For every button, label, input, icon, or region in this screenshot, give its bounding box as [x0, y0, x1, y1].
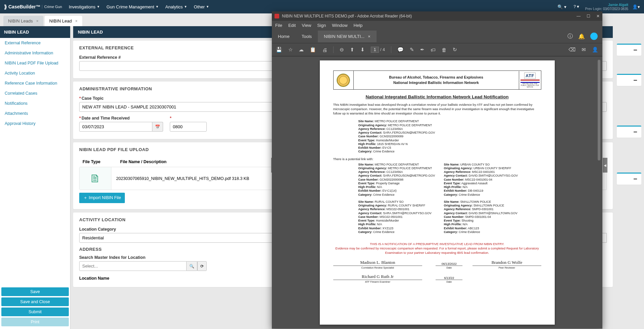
submit-button[interactable]: Submit [1, 308, 69, 316]
menu-window[interactable]: Window [332, 23, 347, 28]
sidebar-approval-history[interactable]: Approval History [0, 119, 70, 129]
search-location-label: Search Master Index for Location [79, 255, 207, 260]
page-down-icon[interactable]: ⬇ [360, 47, 365, 53]
brand-subtitle: Crime Gun [42, 5, 62, 9]
logo-icon: ⟫ [4, 4, 7, 10]
highlight-icon[interactable]: ✎ [410, 47, 414, 53]
stamp-icon[interactable]: 🏷 [431, 47, 436, 53]
sidebar-external-reference[interactable]: External Reference [0, 38, 70, 48]
search-icon[interactable]: 🔍 [187, 261, 197, 271]
menu-view[interactable]: View [302, 23, 311, 28]
expand-left-handle[interactable]: ◀ [603, 158, 607, 173]
pdf-page: Bureau of Alcohol, Tobacco, Firearms and… [320, 60, 555, 325]
date-received-label: *Date and Time Received [79, 116, 163, 121]
acrobat-reader-window: NIBIN NEW MULTIPLE HITS DEMO.pdf - Adobe… [272, 11, 602, 329]
print-button[interactable]: Print [1, 318, 69, 326]
acrobat-titlebar[interactable]: NIBIN NEW MULTIPLE HITS DEMO.pdf - Adobe… [272, 11, 602, 21]
sign-icon[interactable]: ✒ [420, 47, 425, 53]
import-nibin-button[interactable]: ＋ Import NIBIN File [79, 193, 125, 203]
acrobat-tabbar: Home Tools NIBIN NEW MULTI...× ⓘ 🔔 [272, 30, 602, 43]
acrobat-page-viewport[interactable]: Bureau of Alcohol, Tobacco, Firearms and… [272, 56, 602, 329]
close-icon[interactable]: × [368, 34, 370, 39]
calendar-icon[interactable]: 📅 [152, 122, 163, 132]
comment-icon[interactable]: 💬 [397, 47, 404, 53]
date-received-input[interactable] [79, 122, 152, 132]
sidebar-pdf-upload[interactable]: NIBIN Lead PDF File Upload [0, 58, 70, 68]
save-button[interactable]: Save [1, 287, 69, 296]
save-icon[interactable]: 💾 [276, 47, 282, 53]
close-icon[interactable]: × [36, 19, 39, 23]
menu-edit[interactable]: Edit [288, 23, 296, 28]
bell-icon[interactable]: 🔔 [578, 33, 585, 40]
close-icon[interactable]: ✕ [596, 14, 600, 18]
window-title: NIBIN NEW MULTIPLE HITS DEMO.pdf - Adobe… [282, 14, 412, 18]
sidebar-activity-location[interactable]: Activity Location [0, 68, 70, 78]
doc-title: National Integrated Ballistic Informatio… [333, 94, 541, 99]
time-received-input[interactable] [170, 122, 207, 132]
location-name-label: Location Name [79, 276, 109, 281]
user-block: Jamie Algatt Prev Login: 03/07/2023 0835 [585, 3, 628, 10]
doc-warning: THIS IS A NOTIFICATION OF A PRESUMPTIVE … [333, 242, 541, 255]
erase-icon[interactable]: ⌫ [568, 47, 576, 53]
col-file-type: File Type [80, 157, 117, 166]
tab-nibin-leads[interactable]: NIBIN Leads× [3, 16, 43, 26]
search-location-input[interactable] [79, 261, 187, 271]
email-icon[interactable]: ✉ [582, 47, 586, 53]
user-name[interactable]: Jamie Algatt [585, 3, 628, 7]
acrobat-menubar: File Edit View Sign Window Help [272, 21, 602, 30]
signature-row: Richard G Ruth Jr ATF Firearm Examiner 6… [333, 274, 541, 283]
close-icon[interactable]: × [75, 19, 78, 23]
maximize-icon[interactable]: ☐ [587, 14, 590, 18]
caret-down-icon: ▼ [184, 5, 187, 8]
people-icon[interactable]: 👤 [592, 47, 598, 53]
app-logo: ⟫ CaseBuilder™ Crime Gun [4, 4, 62, 10]
sidebar-admin-info[interactable]: Administrative Information [0, 48, 70, 58]
account-avatar[interactable] [590, 33, 598, 40]
doc-intro: This NIBIN investigative lead was develo… [333, 103, 541, 115]
help-icon[interactable]: ？▾ [573, 4, 579, 10]
right-accordion-column: − − − − [615, 26, 644, 329]
acrobat-home-tab[interactable]: Home [272, 31, 296, 42]
save-close-button[interactable]: Save and Close [1, 297, 69, 306]
rotate-icon[interactable]: ↻ [453, 47, 457, 53]
caret-down-icon: ▼ [97, 5, 100, 8]
sidebar-reference-case[interactable]: Reference Case Information [0, 78, 70, 88]
menu-file[interactable]: File [275, 23, 282, 28]
help-icon[interactable]: ⓘ [567, 33, 573, 40]
doc-link-note: There is a potential link with: [333, 157, 541, 161]
page-up-icon[interactable]: ⬆ [350, 47, 354, 53]
nav-investigations[interactable]: Investigations▼ [69, 4, 100, 9]
sidebar-notifications[interactable]: Notifications [0, 98, 70, 108]
user-menu-icon[interactable]: 👤▾ [632, 4, 640, 9]
page-indicator: /4 [371, 47, 385, 53]
sidebar-correlated-cases[interactable]: Correlated Cases [0, 88, 70, 98]
star-icon[interactable]: ☆ [288, 47, 293, 53]
accordion-toggle[interactable]: − [617, 74, 641, 86]
pdf-file-icon: 🗎 [80, 167, 111, 190]
nav-gun-crime[interactable]: Gun Crime Management▼ [106, 4, 158, 9]
sidebar-attachments[interactable]: Attachments [0, 108, 70, 119]
accordion-toggle[interactable]: − [617, 44, 641, 56]
cloud-upload-icon[interactable]: ☁ [299, 47, 304, 53]
search-icon[interactable]: 🔍 ▾ [557, 4, 566, 9]
zoom-out-icon[interactable]: ⊖ [340, 47, 344, 53]
nav-other[interactable]: Other▼ [194, 4, 209, 9]
caret-down-icon: ▼ [206, 5, 209, 8]
delete-icon[interactable]: 🗑 [442, 47, 447, 53]
minimize-icon[interactable]: — [577, 14, 581, 18]
acrobat-tools-tab[interactable]: Tools [296, 31, 318, 42]
refresh-icon[interactable]: ⟳ [197, 261, 207, 271]
doc-link-block: Site Name: RURAL COUNTY SOOriginating Ag… [358, 200, 437, 234]
menu-sign[interactable]: Sign [317, 23, 326, 28]
tab-nibin-lead[interactable]: NIBIN Lead× [45, 16, 82, 26]
nav-analytics[interactable]: Analytics▼ [165, 4, 187, 9]
accordion-toggle[interactable]: − [617, 126, 641, 138]
accordion-toggle[interactable]: − [617, 173, 641, 185]
page-number-input[interactable] [371, 47, 379, 53]
print-icon[interactable]: 🖨 [322, 47, 327, 53]
acrobat-doc-tab[interactable]: NIBIN NEW MULTI...× [318, 31, 377, 42]
clipboard-icon[interactable]: 📋 [310, 47, 316, 53]
brand-tm: ™ [36, 4, 41, 9]
scrollbar[interactable] [598, 60, 600, 160]
menu-help[interactable]: Help [354, 23, 363, 28]
